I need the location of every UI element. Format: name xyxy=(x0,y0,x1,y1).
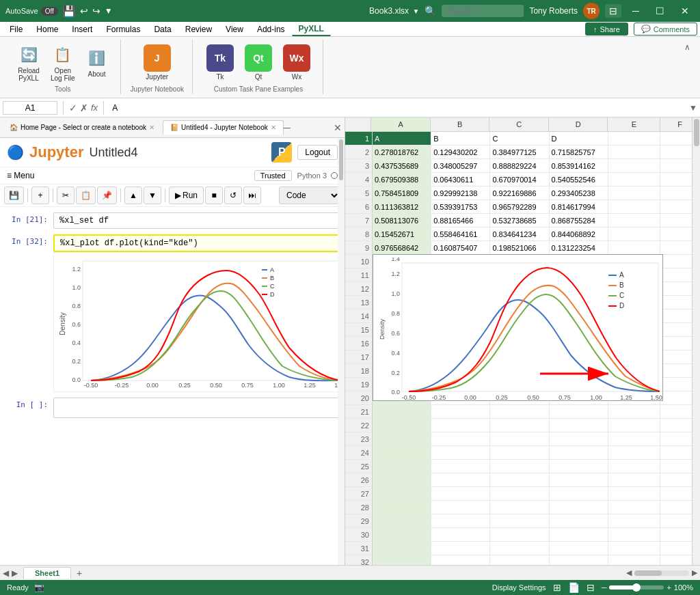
ribbon-collapse-button[interactable]: ∧ xyxy=(680,40,695,53)
add-cell-button[interactable]: + xyxy=(31,186,49,204)
menu-formulas[interactable]: Formulas xyxy=(99,23,147,36)
cell-d27[interactable] xyxy=(550,487,608,500)
cell-d32[interactable] xyxy=(550,555,608,565)
scroll-right-icon[interactable]: ▶ xyxy=(12,568,18,578)
formula-fx-icon[interactable]: fx xyxy=(91,102,98,113)
open-log-button[interactable]: 📋 OpenLog File xyxy=(46,41,79,85)
cell-c32[interactable] xyxy=(490,555,549,565)
autosave-toggle[interactable]: Off xyxy=(41,7,58,16)
cell-c28[interactable] xyxy=(490,501,549,514)
formula-cancel-icon[interactable]: ✗ xyxy=(80,102,88,113)
cell-d25[interactable] xyxy=(550,460,608,473)
cell-1-content[interactable]: %xl_set df xyxy=(53,212,339,229)
cell-a24[interactable] xyxy=(373,446,431,459)
cell-d6[interactable]: 0.814617994 xyxy=(550,200,608,213)
cell-e27[interactable] xyxy=(608,487,661,500)
cell-c3[interactable]: 0.888829224 xyxy=(490,159,549,172)
col-header-b[interactable]: B xyxy=(431,117,490,131)
hscroll-thumb[interactable] xyxy=(634,570,662,576)
share-button[interactable]: ↑ Share xyxy=(585,23,628,36)
cell-a26[interactable] xyxy=(373,473,431,486)
cell-b23[interactable] xyxy=(431,432,490,445)
cell-e30[interactable] xyxy=(608,528,661,541)
cell-b4[interactable]: 0.06430611 xyxy=(431,173,490,186)
menu-home[interactable]: Home xyxy=(29,23,65,36)
jupyter-scrollbar-thumb[interactable] xyxy=(339,139,343,180)
cell-a31[interactable] xyxy=(373,542,431,555)
sheet1-tab[interactable]: Sheet1 xyxy=(23,567,71,579)
jupyter-scrollbar[interactable] xyxy=(338,138,345,565)
cell-d26[interactable] xyxy=(550,473,608,486)
cell-reference-input[interactable] xyxy=(3,101,57,115)
add-sheet-button[interactable]: + xyxy=(71,566,88,580)
col-header-e[interactable]: E xyxy=(608,117,660,131)
cell-b9[interactable]: 0.160875407 xyxy=(431,241,490,254)
cell-b2[interactable]: 0.129430202 xyxy=(431,146,490,158)
cell-d23[interactable] xyxy=(550,432,608,445)
homepage-tab[interactable]: 🏠 Home Page - Select or create a noteboo… xyxy=(3,121,161,134)
col-header-a[interactable]: A xyxy=(371,117,431,131)
cell-e4[interactable] xyxy=(608,173,661,186)
cell-e28[interactable] xyxy=(608,501,661,514)
menu-hamburger[interactable]: ≡ Menu xyxy=(7,171,34,180)
menu-addins[interactable]: Add-ins xyxy=(250,23,292,36)
jupyter-button[interactable]: J Jupyter xyxy=(139,42,175,83)
cell-d29[interactable] xyxy=(550,514,608,527)
cell-c4[interactable]: 0.670970014 xyxy=(490,173,549,186)
cell-b32[interactable] xyxy=(431,555,490,565)
cell-d28[interactable] xyxy=(550,501,608,514)
fast-forward-button[interactable]: ⏭ xyxy=(243,186,261,204)
cell-b5[interactable]: 0.929992138 xyxy=(431,186,490,199)
cell-d2[interactable]: 0.715825757 xyxy=(550,146,608,158)
cell-a28[interactable] xyxy=(373,501,431,514)
cell-b28[interactable] xyxy=(431,501,490,514)
cell-c31[interactable] xyxy=(490,542,549,555)
zoom-in-icon[interactable]: + xyxy=(667,583,671,592)
cell-c5[interactable]: 0.922169886 xyxy=(490,186,549,199)
cell-d24[interactable] xyxy=(550,446,608,459)
cell-b3[interactable]: 0.348005297 xyxy=(431,159,490,172)
cell-b22[interactable] xyxy=(431,419,490,432)
cell-3-content[interactable] xyxy=(53,398,339,418)
copy-cell-button[interactable]: 📋 xyxy=(76,186,96,204)
minimize-button[interactable]: ─ xyxy=(627,4,645,18)
notebook-tab[interactable]: 📔 Untitled4 - Jupyter Notebook ✕ xyxy=(163,120,284,135)
vertical-scrollbar[interactable] xyxy=(692,117,700,565)
interrupt-button[interactable]: ■ xyxy=(205,186,223,204)
cell-d5[interactable]: 0.293405238 xyxy=(550,186,608,199)
cell-c26[interactable] xyxy=(490,473,549,486)
menu-insert[interactable]: Insert xyxy=(65,23,99,36)
move-down-button[interactable]: ▼ xyxy=(144,186,161,204)
cell-d1[interactable]: D xyxy=(550,132,608,145)
cell-b21[interactable] xyxy=(431,405,490,418)
cell-c21[interactable] xyxy=(490,405,549,418)
restart-button[interactable]: ↺ xyxy=(224,186,242,204)
cell-e8[interactable] xyxy=(608,227,661,240)
cell-e9[interactable] xyxy=(608,241,661,254)
cell-a29[interactable] xyxy=(373,514,431,527)
menu-file[interactable]: File xyxy=(3,23,29,36)
cell-a25[interactable] xyxy=(373,460,431,473)
cell-b7[interactable]: 0.88165466 xyxy=(431,214,490,227)
redo-icon[interactable]: ↪ xyxy=(92,5,100,16)
col-header-d[interactable]: D xyxy=(549,117,608,131)
search-input[interactable] xyxy=(442,5,524,17)
tk-button[interactable]: Tk Tk xyxy=(202,42,238,83)
ribbon-collapse-icon[interactable]: ⊟ xyxy=(605,4,621,18)
cell-e21[interactable] xyxy=(608,405,661,418)
cell-b29[interactable] xyxy=(431,514,490,527)
scroll-left-icon[interactable]: ◀ xyxy=(3,568,9,578)
cell-b26[interactable] xyxy=(431,473,490,486)
panel-minimize-button[interactable]: ─ xyxy=(284,122,291,133)
cell-c30[interactable] xyxy=(490,528,549,541)
cell-e25[interactable] xyxy=(608,460,661,473)
cell-e29[interactable] xyxy=(608,514,661,527)
cell-e31[interactable] xyxy=(608,542,661,555)
cell-c6[interactable]: 0.965792289 xyxy=(490,200,549,213)
cell-b1[interactable]: B xyxy=(431,132,490,145)
cell-b24[interactable] xyxy=(431,446,490,459)
qt-button[interactable]: Qt Qt xyxy=(241,42,276,83)
cell-b6[interactable]: 0.539391753 xyxy=(431,200,490,213)
reload-pyxll-button[interactable]: 🔄 ReloadPyXLL xyxy=(14,41,44,85)
cell-b30[interactable] xyxy=(431,528,490,541)
